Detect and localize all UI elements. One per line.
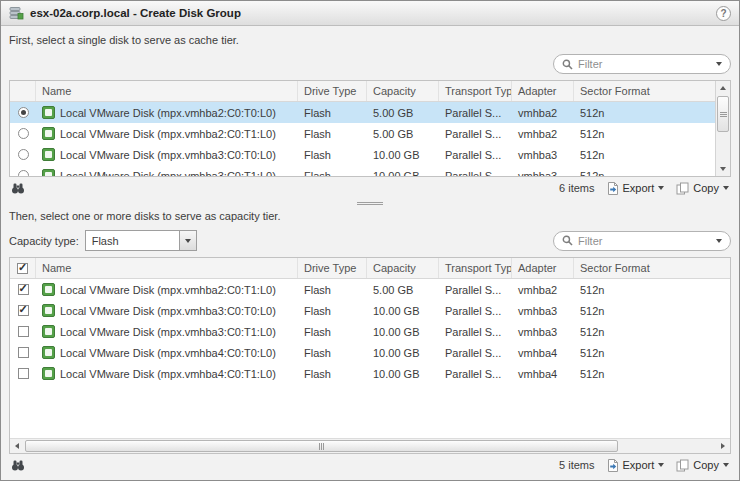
select-dropdown-button[interactable]: [179, 231, 196, 250]
cell-drive-type: Flash: [298, 279, 367, 300]
scroll-up-button[interactable]: [716, 81, 730, 95]
cache-filter-box[interactable]: Filter: [553, 54, 731, 74]
select-all-checkbox[interactable]: [17, 263, 28, 274]
copy-label: Copy: [693, 182, 719, 194]
capacity-disk-row[interactable]: Local VMware Disk (mpx.vmhba4:C0:T1:L0) …: [10, 363, 730, 384]
cache-disk-row[interactable]: Local VMware Disk (mpx.vmhba3:C0:T1:L0) …: [10, 165, 730, 176]
cell-sector-format: 512n: [574, 165, 730, 176]
cache-disk-row[interactable]: Local VMware Disk (mpx.vmhba3:C0:T0:L0) …: [10, 144, 730, 165]
copy-button[interactable]: Copy: [676, 459, 729, 472]
column-header-name[interactable]: Name: [36, 258, 298, 278]
dialog-content: First, select a single disk to serve as …: [1, 26, 739, 480]
cell-capacity: 10.00 GB: [367, 321, 439, 342]
capacity-disk-checkbox[interactable]: [18, 326, 29, 337]
cell-sector-format: 512n: [574, 342, 730, 363]
capacity-disk-checkbox[interactable]: [18, 305, 29, 316]
copy-label: Copy: [693, 459, 719, 471]
disk-name: Local VMware Disk (mpx.vmhba2:C0:T0:L0): [60, 107, 276, 119]
cell-adapter: vmhba2: [512, 102, 574, 123]
capacity-horizontal-scrollbar[interactable]: [10, 438, 730, 453]
cell-adapter: vmhba3: [512, 300, 574, 321]
cache-disk-radio[interactable]: [18, 107, 29, 118]
capacity-instruction: Then, select one or more disks to serve …: [9, 210, 731, 222]
cell-sector-format: 512n: [574, 279, 730, 300]
capacity-disk-checkbox[interactable]: [18, 368, 29, 379]
capacity-disk-table: Name Drive Type Capacity Transport Type …: [9, 257, 731, 454]
cache-disk-radio[interactable]: [18, 128, 29, 139]
cache-disk-row[interactable]: Local VMware Disk (mpx.vmhba2:C0:T0:L0) …: [10, 102, 730, 123]
column-header-transport-type[interactable]: Transport Type: [439, 258, 512, 278]
binoculars-icon[interactable]: [11, 458, 25, 472]
column-header-capacity[interactable]: Capacity: [367, 81, 439, 101]
cell-adapter: vmhba2: [512, 279, 574, 300]
flash-disk-icon: [42, 169, 55, 176]
cell-transport-type: Parallel S...: [439, 144, 512, 165]
cell-capacity: 10.00 GB: [367, 300, 439, 321]
scroll-left-button[interactable]: [10, 439, 24, 453]
column-header-select: [10, 81, 36, 101]
cache-disk-radio[interactable]: [18, 170, 29, 176]
scroll-down-button[interactable]: [716, 162, 730, 176]
capacity-disk-row[interactable]: Local VMware Disk (mpx.vmhba3:C0:T0:L0) …: [10, 300, 730, 321]
column-header-drive-type[interactable]: Drive Type: [298, 258, 367, 278]
cell-sector-format: 512n: [574, 321, 730, 342]
pane-splitter[interactable]: [9, 199, 731, 208]
column-header-capacity[interactable]: Capacity: [367, 258, 439, 278]
cell-sector-format: 512n: [574, 300, 730, 321]
column-header-transport-type[interactable]: Transport Type: [439, 81, 512, 101]
capacity-disk-checkbox[interactable]: [18, 284, 29, 295]
column-header-adapter[interactable]: Adapter: [512, 258, 574, 278]
copy-button[interactable]: Copy: [676, 182, 729, 195]
splitter-grip-icon: [357, 202, 383, 205]
cell-capacity: 5.00 GB: [367, 279, 439, 300]
export-button[interactable]: Export: [607, 182, 665, 195]
capacity-disk-row[interactable]: Local VMware Disk (mpx.vmhba2:C0:T1:L0) …: [10, 279, 730, 300]
capacity-type-select[interactable]: Flash: [85, 230, 197, 251]
search-icon: [562, 59, 573, 70]
cell-capacity: 5.00 GB: [367, 102, 439, 123]
scroll-right-button[interactable]: [716, 439, 730, 453]
scroll-thumb[interactable]: [25, 440, 618, 452]
column-header-sector-format[interactable]: Sector Format: [574, 258, 730, 278]
cell-sector-format: 512n: [574, 363, 730, 384]
capacity-disk-checkbox[interactable]: [18, 347, 29, 358]
search-icon: [562, 235, 573, 246]
capacity-disk-row[interactable]: Local VMware Disk (mpx.vmhba4:C0:T0:L0) …: [10, 342, 730, 363]
chevron-down-icon[interactable]: [716, 239, 722, 243]
chevron-down-icon: [723, 186, 729, 190]
copy-icon: [676, 459, 689, 472]
export-label: Export: [623, 459, 655, 471]
column-header-adapter[interactable]: Adapter: [512, 81, 574, 101]
cell-capacity: 10.00 GB: [367, 363, 439, 384]
cell-adapter: vmhba3: [512, 165, 574, 176]
capacity-filter-box[interactable]: Filter: [553, 231, 731, 251]
cell-capacity: 10.00 GB: [367, 144, 439, 165]
cache-vertical-scrollbar[interactable]: [715, 81, 730, 176]
cache-disk-radio[interactable]: [18, 149, 29, 160]
flash-disk-icon: [42, 106, 55, 119]
export-button[interactable]: Export: [607, 459, 665, 472]
flash-disk-icon: [42, 346, 55, 359]
column-header-sector-format[interactable]: Sector Format: [574, 81, 730, 101]
capacity-type-label: Capacity type:: [9, 235, 79, 247]
capacity-disk-row[interactable]: Local VMware Disk (mpx.vmhba3:C0:T1:L0) …: [10, 321, 730, 342]
chevron-down-icon[interactable]: [716, 62, 722, 66]
help-icon[interactable]: ?: [716, 6, 731, 21]
disk-group-icon: [9, 6, 24, 20]
capacity-table-body: Local VMware Disk (mpx.vmhba2:C0:T1:L0) …: [10, 279, 730, 384]
export-label: Export: [623, 182, 655, 194]
export-icon: [607, 459, 619, 472]
cell-capacity: 5.00 GB: [367, 123, 439, 144]
binoculars-icon[interactable]: [11, 181, 25, 195]
disk-name: Local VMware Disk (mpx.vmhba3:C0:T0:L0): [60, 305, 276, 317]
flash-disk-icon: [42, 304, 55, 317]
disk-name: Local VMware Disk (mpx.vmhba2:C0:T1:L0): [60, 128, 276, 140]
cell-transport-type: Parallel S...: [439, 102, 512, 123]
cell-transport-type: Parallel S...: [439, 279, 512, 300]
cell-drive-type: Flash: [298, 300, 367, 321]
column-header-name[interactable]: Name: [36, 81, 298, 101]
cache-disk-row[interactable]: Local VMware Disk (mpx.vmhba2:C0:T1:L0) …: [10, 123, 730, 144]
cell-transport-type: Parallel S...: [439, 342, 512, 363]
scroll-thumb[interactable]: [717, 96, 729, 132]
column-header-drive-type[interactable]: Drive Type: [298, 81, 367, 101]
